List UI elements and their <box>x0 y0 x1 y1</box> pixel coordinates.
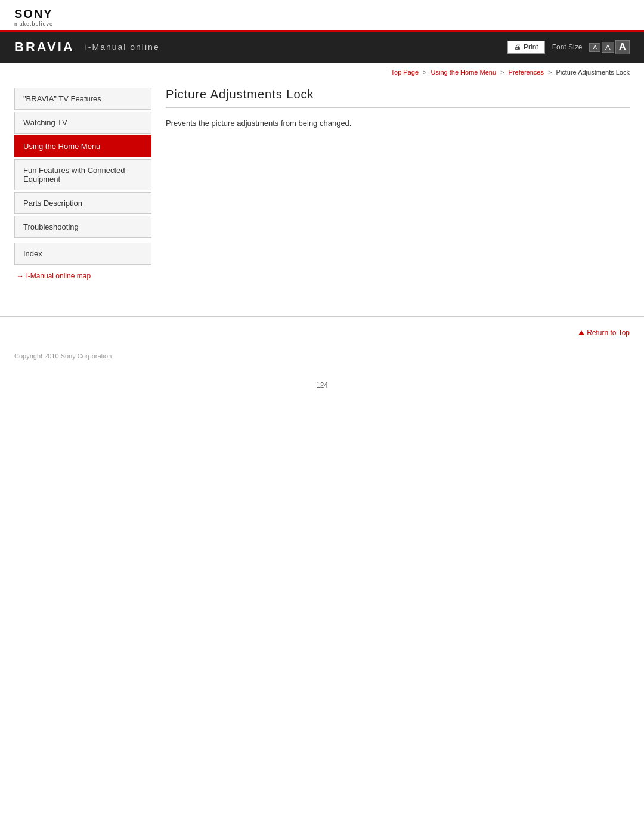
sidebar-item-watching-tv[interactable]: Watching TV <box>14 112 151 134</box>
copyright-text: Copyright 2010 Sony Corporation <box>14 352 112 360</box>
header-subtitle: i-Manual online <box>85 42 160 52</box>
print-label: Print <box>524 43 538 51</box>
sidebar-item-bravia-features[interactable]: "BRAVIA" TV Features <box>14 88 151 110</box>
sidebar-item-parts-description[interactable]: Parts Description <box>14 192 151 214</box>
sidebar-item-home-menu[interactable]: Using the Home Menu <box>14 135 151 157</box>
return-to-top-link[interactable]: Return to Top <box>578 329 630 337</box>
sidebar-item-fun-features[interactable]: Fun Features with Connected Equipment <box>14 159 151 190</box>
breadcrumb-top-page[interactable]: Top Page <box>391 69 419 76</box>
content-area: Picture Adjustments Lock Prevents the pi… <box>166 82 630 280</box>
breadcrumb-current: Picture Adjustments Lock <box>556 69 630 76</box>
header-controls: 🖨 Print Font Size A A A <box>507 40 630 54</box>
bravia-logo: BRAVIA <box>14 39 75 55</box>
page-description: Prevents the picture adjustments from be… <box>166 117 630 130</box>
breadcrumb-preferences[interactable]: Preferences <box>509 69 544 76</box>
breadcrumb-home-menu[interactable]: Using the Home Menu <box>431 69 496 76</box>
main-layout: "BRAVIA" TV Features Watching TV Using t… <box>0 82 644 280</box>
sidebar-map-link-area: → i-Manual online map <box>14 272 151 280</box>
font-size-controls: A A A <box>589 40 630 54</box>
page-title: Picture Adjustments Lock <box>166 88 630 108</box>
sony-tagline: make.believe <box>14 21 630 27</box>
font-small-button[interactable]: A <box>589 43 600 52</box>
font-large-button[interactable]: A <box>615 40 630 54</box>
triangle-up-icon <box>578 330 584 335</box>
footer: Copyright 2010 Sony Corporation <box>0 343 644 369</box>
return-to-top-label: Return to Top <box>587 329 630 337</box>
sony-logo-area: SONY make.believe <box>0 0 644 32</box>
print-button[interactable]: 🖨 Print <box>507 41 545 54</box>
sony-logo: SONY <box>14 7 630 21</box>
arrow-icon: → <box>17 272 24 280</box>
font-medium-button[interactable]: A <box>602 42 614 53</box>
imanual-map-link[interactable]: i-Manual online map <box>26 272 91 280</box>
sidebar: "BRAVIA" TV Features Watching TV Using t… <box>14 88 151 280</box>
return-to-top-area: Return to Top <box>0 316 644 343</box>
font-size-label: Font Size <box>552 43 583 51</box>
sidebar-item-troubleshooting[interactable]: Troubleshooting <box>14 216 151 238</box>
header-bar: BRAVIA i-Manual online 🖨 Print Font Size… <box>0 32 644 63</box>
breadcrumb: Top Page > Using the Home Menu > Prefere… <box>0 63 644 82</box>
page-number: 124 <box>0 369 644 401</box>
print-icon: 🖨 <box>514 43 521 51</box>
sidebar-item-index[interactable]: Index <box>14 243 151 265</box>
